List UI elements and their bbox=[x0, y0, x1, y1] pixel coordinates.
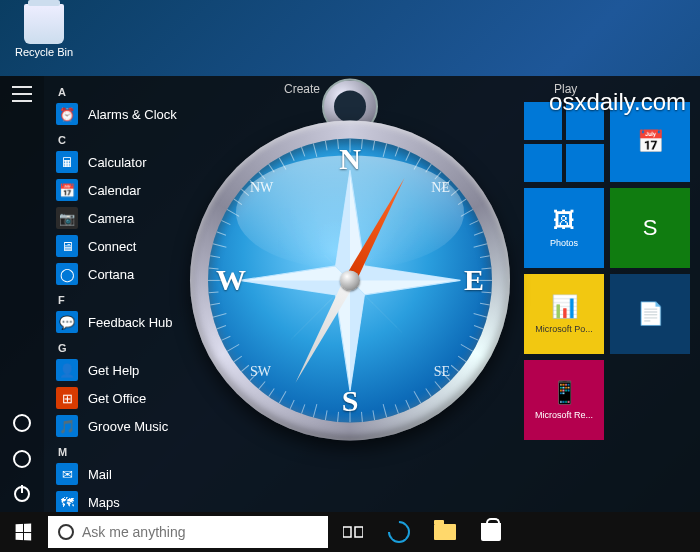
compass-hub bbox=[340, 270, 360, 290]
start-button[interactable] bbox=[0, 512, 46, 552]
app-label: Calendar bbox=[88, 183, 141, 198]
tile-label: Photos bbox=[550, 238, 578, 248]
cardinal-se: SE bbox=[434, 364, 450, 380]
store-button[interactable] bbox=[468, 512, 514, 552]
folder-icon bbox=[434, 524, 456, 540]
app-icon: ⏰ bbox=[56, 103, 78, 125]
recycle-bin[interactable]: Recycle Bin bbox=[14, 4, 74, 58]
edge-icon bbox=[383, 516, 414, 547]
app-label: Get Office bbox=[88, 391, 146, 406]
tile[interactable]: 📄 bbox=[610, 274, 690, 354]
app-label: Groove Music bbox=[88, 419, 168, 434]
app-icon: 🖩 bbox=[56, 151, 78, 173]
cardinal-nw: NW bbox=[250, 180, 273, 196]
tile-icon: 📄 bbox=[637, 301, 664, 327]
settings-icon[interactable] bbox=[13, 450, 31, 468]
app-label: Alarms & Clock bbox=[88, 107, 177, 122]
task-view-button[interactable] bbox=[330, 512, 376, 552]
app-icon: 🗺 bbox=[56, 491, 78, 512]
app-label: Mail bbox=[88, 467, 112, 482]
svg-marker-7 bbox=[350, 266, 460, 280]
svg-rect-0 bbox=[343, 527, 351, 537]
compass-dial: N E S W NW NE SW SE bbox=[208, 138, 492, 422]
svg-marker-9 bbox=[240, 280, 350, 294]
watermark: osxdaily.com bbox=[549, 88, 686, 116]
cardinal-w: W bbox=[216, 263, 246, 297]
svg-marker-6 bbox=[336, 170, 350, 280]
tile[interactable]: 📱Microsoft Re... bbox=[524, 360, 604, 440]
app-icon: 🖥 bbox=[56, 235, 78, 257]
app-label: Connect bbox=[88, 239, 136, 254]
tile-label: Microsoft Po... bbox=[535, 324, 593, 334]
safari-compass: N E S W NW NE SW SE bbox=[180, 78, 520, 458]
app-icon: ◯ bbox=[56, 263, 78, 285]
app-icon: 💬 bbox=[56, 311, 78, 333]
search-box[interactable] bbox=[48, 516, 328, 548]
tile-icon: S bbox=[643, 215, 658, 241]
app-label: Calculator bbox=[88, 155, 147, 170]
hamburger-icon[interactable] bbox=[12, 86, 32, 102]
app-item[interactable]: ✉Mail bbox=[44, 460, 274, 488]
edge-button[interactable] bbox=[376, 512, 422, 552]
recycle-bin-icon bbox=[24, 4, 64, 44]
app-icon: 👤 bbox=[56, 359, 78, 381]
task-view-icon bbox=[343, 525, 363, 539]
app-icon: ✉ bbox=[56, 463, 78, 485]
app-label: Cortana bbox=[88, 267, 134, 282]
app-icon: 🎵 bbox=[56, 415, 78, 437]
app-label: Maps bbox=[88, 495, 120, 510]
app-label: Camera bbox=[88, 211, 134, 226]
account-icon[interactable] bbox=[13, 414, 31, 432]
cardinal-sw: SW bbox=[250, 364, 271, 380]
app-item[interactable]: 🗺Maps bbox=[44, 488, 274, 512]
power-icon[interactable] bbox=[14, 486, 30, 502]
cardinal-e: E bbox=[464, 263, 484, 297]
cardinal-ne: NE bbox=[431, 180, 450, 196]
store-icon bbox=[481, 523, 501, 541]
tile-icon: 🖼 bbox=[553, 208, 575, 234]
recycle-bin-label: Recycle Bin bbox=[14, 46, 74, 58]
cardinal-n: N bbox=[339, 142, 361, 176]
taskbar bbox=[0, 512, 700, 552]
cortana-icon bbox=[58, 524, 74, 540]
app-label: Feedback Hub bbox=[88, 315, 173, 330]
svg-rect-1 bbox=[355, 527, 363, 537]
tile-icon: 📊 bbox=[551, 294, 578, 320]
tile-icon: 📅 bbox=[637, 129, 664, 155]
file-explorer-button[interactable] bbox=[422, 512, 468, 552]
tile-small[interactable] bbox=[524, 144, 562, 182]
start-rail bbox=[0, 76, 44, 512]
app-icon: 📷 bbox=[56, 207, 78, 229]
app-icon: 📅 bbox=[56, 179, 78, 201]
tile[interactable]: 📊Microsoft Po... bbox=[524, 274, 604, 354]
app-label: Get Help bbox=[88, 363, 139, 378]
tile[interactable]: S bbox=[610, 188, 690, 268]
tile-small[interactable] bbox=[566, 144, 604, 182]
tile-grid: 📅🖼PhotosS📊Microsoft Po...📄📱Microsoft Re.… bbox=[524, 102, 690, 440]
app-icon: ⊞ bbox=[56, 387, 78, 409]
svg-marker-8 bbox=[350, 280, 364, 390]
search-input[interactable] bbox=[82, 524, 318, 540]
tile-icon: 📱 bbox=[551, 380, 578, 406]
tile[interactable]: 🖼Photos bbox=[524, 188, 604, 268]
tile-label: Microsoft Re... bbox=[535, 410, 593, 420]
cardinal-s: S bbox=[342, 384, 359, 418]
windows-logo-icon bbox=[16, 524, 32, 541]
